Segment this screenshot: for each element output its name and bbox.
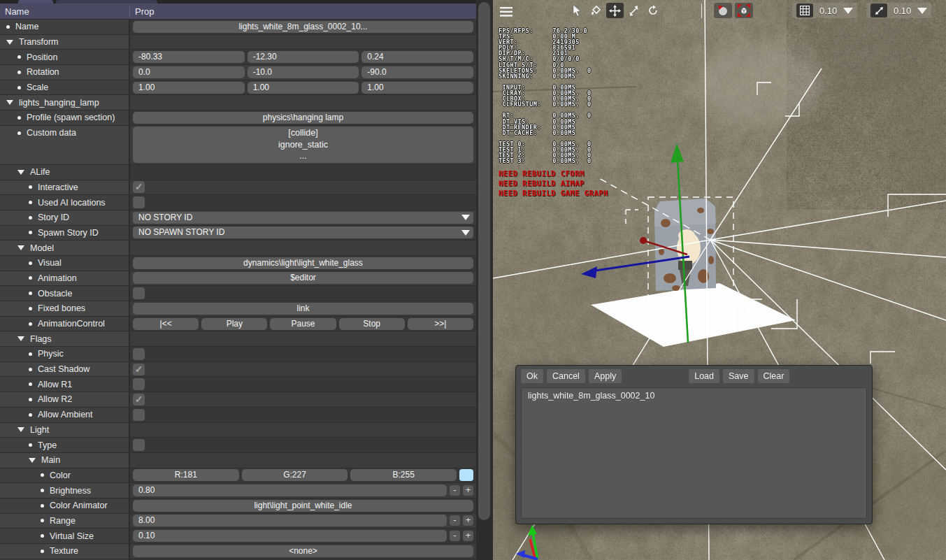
object-dialog: Ok Cancel Apply Load Save Clear lights_w…	[515, 365, 873, 524]
type-checkbox[interactable]	[133, 439, 145, 451]
color-swatch[interactable]	[459, 469, 473, 481]
rotation-x-field[interactable]: 0.0	[133, 66, 245, 78]
bullet-icon	[41, 534, 44, 538]
color-r-field[interactable]: R:181	[133, 469, 239, 481]
collapse-arrow-icon[interactable]	[17, 336, 24, 341]
scale-tool-icon[interactable]	[625, 3, 643, 18]
color-g-field[interactable]: G:227	[242, 469, 348, 481]
save-button[interactable]: Save	[723, 369, 754, 383]
rotation-z-field[interactable]: -90.0	[361, 66, 473, 78]
position-y-field[interactable]: -12.30	[248, 51, 359, 63]
range-increment-button[interactable]: +	[463, 515, 473, 526]
collapse-arrow-icon[interactable]	[17, 170, 24, 175]
section-flags[interactable]: Flags	[0, 331, 476, 346]
brightness-decrement-button[interactable]: -	[450, 485, 460, 496]
3d-viewport[interactable]: FPS/RFPS: 76.2/30.0 TPS: 0.00 M VERT: 24…	[493, 0, 946, 560]
range-field[interactable]: 8.00	[133, 515, 447, 526]
chevron-down-icon[interactable]	[843, 8, 853, 14]
position-x-field[interactable]: -80.33	[133, 51, 245, 63]
cancel-button[interactable]: Cancel	[547, 369, 585, 383]
used-ai-locations-checkbox[interactable]	[133, 196, 145, 208]
prop-row-custom-data: Custom data [collide] ignore_static ...	[0, 126, 476, 164]
allow-ambient-checkbox[interactable]	[133, 409, 145, 421]
select-cursor-icon[interactable]	[568, 3, 586, 18]
anim-forward-button[interactable]: >>|	[408, 318, 473, 330]
physic-checkbox[interactable]	[133, 348, 145, 360]
tab-fragment[interactable]	[56, 0, 157, 3]
color-b-field[interactable]: B:255	[350, 469, 457, 481]
object-list-item[interactable]: lights_white_8m_glass_0002_10	[528, 391, 860, 401]
anim-play-button[interactable]: Play	[201, 318, 267, 330]
section-label: Model	[30, 243, 54, 253]
clear-button[interactable]: Clear	[758, 369, 790, 383]
grid-snap-value[interactable]: 0.10	[819, 6, 837, 16]
bullet-icon	[29, 216, 32, 220]
range-decrement-button[interactable]: -	[450, 515, 460, 526]
allow-r1-checkbox[interactable]	[133, 378, 145, 390]
section-alife[interactable]: ALife	[0, 165, 476, 180]
animation-field[interactable]: $editor	[133, 272, 473, 284]
load-button[interactable]: Load	[689, 369, 719, 383]
story-id-dropdown[interactable]: NO STORY ID	[133, 212, 473, 224]
move-tool-icon[interactable]	[606, 3, 624, 18]
scale-x-field[interactable]: 1.00	[133, 82, 245, 94]
snap-cube-icon[interactable]	[735, 3, 753, 18]
paint-fill-icon[interactable]	[587, 3, 605, 18]
section-main[interactable]: Main	[0, 453, 476, 468]
color-animator-field[interactable]: light\light_point_white_idle	[133, 500, 473, 512]
name-field[interactable]: lights_white_8m_glass_0002_10...	[133, 21, 473, 33]
anim-pause-button[interactable]: Pause	[270, 318, 336, 330]
tab-fragment[interactable]	[18, 0, 53, 3]
prop-label: Fixed bones	[38, 303, 85, 313]
bullet-icon	[29, 276, 32, 280]
section-lights-hanging-lamp[interactable]: lights_hanging_lamp	[0, 95, 476, 110]
ok-button[interactable]: Ok	[521, 369, 543, 383]
texture-field[interactable]: <none>	[133, 545, 473, 557]
dialog-button-row: Ok Cancel Apply Load Save Clear	[521, 369, 789, 383]
prop-row-color-animator: Color Animator light\light_point_white_i…	[0, 498, 476, 513]
chevron-down-icon[interactable]	[917, 8, 927, 14]
tab-strip	[0, 0, 476, 3]
scale-y-field[interactable]: 1.00	[248, 82, 359, 94]
rotate-tool-icon[interactable]	[644, 3, 661, 18]
scale-z-field[interactable]: 1.00	[361, 82, 473, 94]
prop-row-interactive: Interactive	[0, 180, 476, 195]
prop-row-virtual-size: Virtual Size 0.10 - +	[0, 529, 476, 543]
virtual-size-field[interactable]: 0.10	[133, 530, 447, 542]
section-light[interactable]: Light	[0, 423, 476, 438]
prop-label: Interactive	[38, 182, 78, 192]
section-model[interactable]: Model	[0, 240, 476, 255]
snap-sphere-icon[interactable]	[714, 3, 732, 18]
visual-field[interactable]: dynamics\light\light_white_glass	[133, 257, 473, 269]
interactive-checkbox[interactable]	[133, 181, 145, 193]
profile-field[interactable]: physics\hanging lamp	[133, 112, 473, 124]
section-transform[interactable]: Transform	[0, 35, 476, 50]
obstacle-checkbox[interactable]	[133, 287, 145, 299]
grid-snap-icon[interactable]	[796, 3, 813, 17]
prop-label: Position	[27, 52, 57, 62]
rotation-y-field[interactable]: -10.0	[248, 66, 359, 78]
cast-shadow-checkbox[interactable]	[133, 364, 145, 375]
collapse-arrow-icon[interactable]	[6, 100, 13, 105]
prop-row-texture: Texture <none>	[0, 544, 476, 559]
virtual-size-increment-button[interactable]: +	[463, 531, 473, 541]
collapse-arrow-icon[interactable]	[6, 40, 13, 45]
angle-snap-icon[interactable]	[870, 3, 887, 17]
scrollbar-thumb[interactable]	[478, 2, 490, 520]
custom-data-field[interactable]: [collide] ignore_static ...	[133, 127, 473, 163]
collapse-arrow-icon[interactable]	[17, 245, 24, 250]
apply-button[interactable]: Apply	[589, 369, 622, 383]
anim-stop-button[interactable]: Stop	[339, 318, 405, 330]
spawn-story-id-dropdown[interactable]: NO SPAWN STORY ID	[133, 227, 473, 238]
allow-r2-checkbox[interactable]	[133, 394, 145, 405]
collapse-arrow-icon[interactable]	[29, 458, 36, 463]
collapse-arrow-icon[interactable]	[17, 427, 24, 432]
brightness-field[interactable]: 0.80	[133, 484, 447, 496]
virtual-size-decrement-button[interactable]: -	[450, 531, 460, 541]
position-z-field[interactable]: 0.24	[361, 51, 473, 63]
anim-rewind-button[interactable]: |<<	[133, 318, 199, 330]
fixed-bones-field[interactable]: link	[133, 303, 473, 315]
brightness-increment-button[interactable]: +	[463, 485, 473, 496]
hamburger-menu-icon[interactable]	[497, 4, 515, 20]
angle-snap-value[interactable]: 0.10	[894, 6, 911, 16]
